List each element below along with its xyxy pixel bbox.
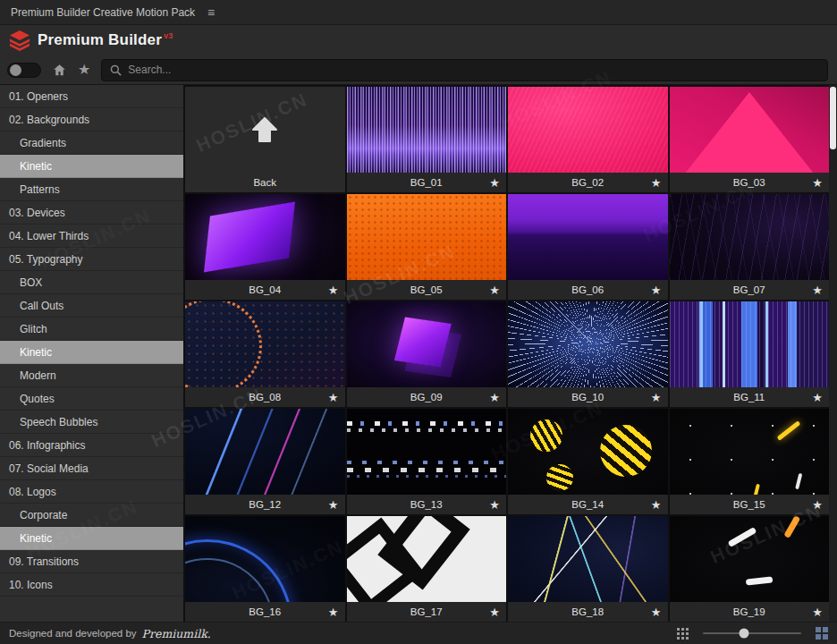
thumbnail[interactable] bbox=[508, 301, 668, 387]
favorite-star-icon[interactable]: ★ bbox=[328, 606, 339, 619]
sidebar-item-openers[interactable]: 01. Openers bbox=[0, 85, 183, 108]
tile-bg-12[interactable]: BG_12★ bbox=[185, 409, 345, 514]
back-label: Back bbox=[253, 177, 276, 188]
favorite-star-icon[interactable]: ★ bbox=[489, 498, 500, 512]
thumbnail[interactable] bbox=[508, 194, 668, 280]
favorite-star-icon[interactable]: ★ bbox=[489, 606, 500, 619]
favorite-star-icon[interactable]: ★ bbox=[328, 498, 339, 512]
favorite-star-icon[interactable]: ★ bbox=[651, 284, 662, 297]
sidebar-item-icons[interactable]: 10. Icons bbox=[0, 573, 183, 597]
thumbnail[interactable] bbox=[670, 87, 830, 173]
tile-label: BG_15 bbox=[733, 499, 765, 510]
sidebar-item-quotes[interactable]: Quotes bbox=[0, 387, 183, 411]
sidebar-item-speech-bubbles[interactable]: Speech Bubbles bbox=[0, 411, 183, 434]
thumbnail[interactable] bbox=[347, 194, 507, 280]
sidebar-item-corporate[interactable]: Corporate bbox=[0, 504, 183, 527]
thumbnail[interactable] bbox=[347, 409, 507, 495]
sidebar-item-transitions[interactable]: 09. Transitions bbox=[0, 550, 183, 573]
sidebar-item-backgrounds[interactable]: 02. Backgrounds bbox=[0, 108, 183, 131]
grid-view-icon[interactable] bbox=[677, 628, 689, 640]
tile-bg-13[interactable]: BG_13★ bbox=[347, 409, 507, 514]
sidebar-item-kinetic-logos[interactable]: Kinetic bbox=[0, 527, 183, 550]
tile-bg-07[interactable]: BG_07★ bbox=[670, 194, 830, 300]
thumbnail[interactable] bbox=[185, 516, 345, 602]
search-input[interactable] bbox=[128, 64, 820, 76]
thumbnail[interactable] bbox=[670, 516, 830, 602]
tile-label: BG_06 bbox=[571, 284, 604, 295]
search-bar[interactable] bbox=[101, 59, 828, 81]
thumbnail[interactable] bbox=[670, 301, 830, 387]
sidebar-item-social-media[interactable]: 07. Social Media bbox=[0, 457, 183, 480]
favorite-star-icon[interactable]: ★ bbox=[651, 391, 662, 404]
tile-bg-06[interactable]: BG_06★ bbox=[508, 194, 668, 300]
tile-bg-08[interactable]: BG_08★ bbox=[185, 301, 345, 407]
tile-bg-10[interactable]: BG_10★ bbox=[508, 301, 668, 407]
thumbnail[interactable] bbox=[347, 516, 507, 602]
thumbnail[interactable] bbox=[508, 87, 668, 173]
favorite-star-icon[interactable]: ★ bbox=[489, 391, 500, 404]
tile-bg-16[interactable]: BG_16★ bbox=[185, 516, 345, 622]
thumbnail-size-slider[interactable] bbox=[703, 632, 801, 634]
tile-bg-15[interactable]: BG_15★ bbox=[670, 409, 830, 514]
sidebar-item-modern[interactable]: Modern bbox=[0, 364, 183, 387]
thumbnail[interactable] bbox=[347, 301, 507, 387]
sidebar-item-devices[interactable]: 03. Devices bbox=[0, 201, 183, 225]
favorite-star-icon[interactable]: ★ bbox=[651, 498, 662, 512]
tile-label: BG_13 bbox=[410, 499, 443, 510]
tile-bg-18[interactable]: BG_18★ bbox=[508, 516, 668, 622]
sidebar-item-gradients[interactable]: Gradients bbox=[0, 131, 183, 155]
header: Premium Builderv3 bbox=[0, 25, 837, 55]
sidebar-item-glitch[interactable]: Glitch bbox=[0, 318, 183, 341]
slider-knob[interactable] bbox=[740, 629, 749, 639]
sidebar-item-box[interactable]: BOX bbox=[0, 271, 183, 294]
favorite-star-icon[interactable]: ★ bbox=[812, 176, 823, 190]
tile-bg-14[interactable]: BG_14★ bbox=[508, 409, 668, 514]
tile-bg-11[interactable]: BG_11★ bbox=[670, 301, 830, 407]
tile-bg-09[interactable]: BG_09★ bbox=[347, 301, 507, 407]
tile-bg-01[interactable]: BG_01★ bbox=[347, 87, 507, 192]
thumbnail[interactable] bbox=[508, 409, 668, 495]
sidebar-item-typography[interactable]: 05. Typography bbox=[0, 248, 183, 271]
scrollbar-thumb[interactable] bbox=[830, 87, 836, 149]
favorite-star-icon[interactable]: ★ bbox=[812, 391, 823, 404]
thumb-shape bbox=[377, 516, 469, 590]
tile-bg-04[interactable]: BG_04★ bbox=[185, 194, 345, 300]
home-icon[interactable] bbox=[52, 63, 67, 78]
sidebar-item-lower-thirds[interactable]: 04. Lower Thirds bbox=[0, 225, 183, 248]
favorite-star-icon[interactable]: ★ bbox=[812, 284, 823, 297]
thumbnail[interactable] bbox=[185, 194, 345, 280]
favorite-star-icon[interactable]: ★ bbox=[328, 391, 339, 404]
thumbnail[interactable] bbox=[508, 516, 668, 602]
favorite-star-icon[interactable]: ★ bbox=[651, 176, 662, 190]
favorite-star-icon[interactable]: ★ bbox=[489, 284, 500, 297]
sidebar-item-kinetic-backgrounds[interactable]: Kinetic bbox=[0, 155, 183, 178]
layout-squares-icon[interactable] bbox=[816, 627, 828, 640]
favorite-star-icon[interactable]: ★ bbox=[489, 176, 500, 190]
tile-bg-17[interactable]: BG_17★ bbox=[347, 516, 507, 622]
back-thumb[interactable] bbox=[185, 87, 345, 173]
back-tile[interactable]: Back bbox=[185, 87, 345, 192]
sidebar-item-logos[interactable]: 08. Logos bbox=[0, 480, 183, 504]
vertical-scrollbar[interactable] bbox=[829, 85, 837, 622]
thumbnail[interactable] bbox=[185, 301, 345, 387]
tile-bg-05[interactable]: BG_05★ bbox=[347, 194, 507, 300]
favorites-filter-icon[interactable]: ★ bbox=[78, 63, 90, 77]
tile-bg-02[interactable]: BG_02★ bbox=[508, 87, 668, 192]
tile-bg-19[interactable]: BG_19★ bbox=[670, 516, 830, 622]
tile-bg-03[interactable]: BG_03★ bbox=[670, 87, 830, 192]
toggle-knob[interactable] bbox=[10, 64, 21, 76]
thumbnail[interactable] bbox=[670, 409, 830, 495]
view-toggle[interactable] bbox=[7, 63, 41, 78]
favorite-star-icon[interactable]: ★ bbox=[812, 498, 823, 512]
thumbnail[interactable] bbox=[347, 87, 507, 173]
favorite-star-icon[interactable]: ★ bbox=[812, 606, 823, 619]
favorite-star-icon[interactable]: ★ bbox=[651, 606, 662, 619]
thumbnail[interactable] bbox=[670, 194, 830, 280]
menu-icon[interactable]: ≡ bbox=[207, 5, 215, 20]
sidebar-item-kinetic-typography[interactable]: Kinetic bbox=[0, 341, 183, 364]
sidebar-item-patterns[interactable]: Patterns bbox=[0, 178, 183, 201]
favorite-star-icon[interactable]: ★ bbox=[328, 284, 339, 297]
sidebar-item-infographics[interactable]: 06. Infographics bbox=[0, 434, 183, 457]
sidebar-item-call-outs[interactable]: Call Outs bbox=[0, 294, 183, 318]
thumbnail[interactable] bbox=[185, 409, 345, 495]
